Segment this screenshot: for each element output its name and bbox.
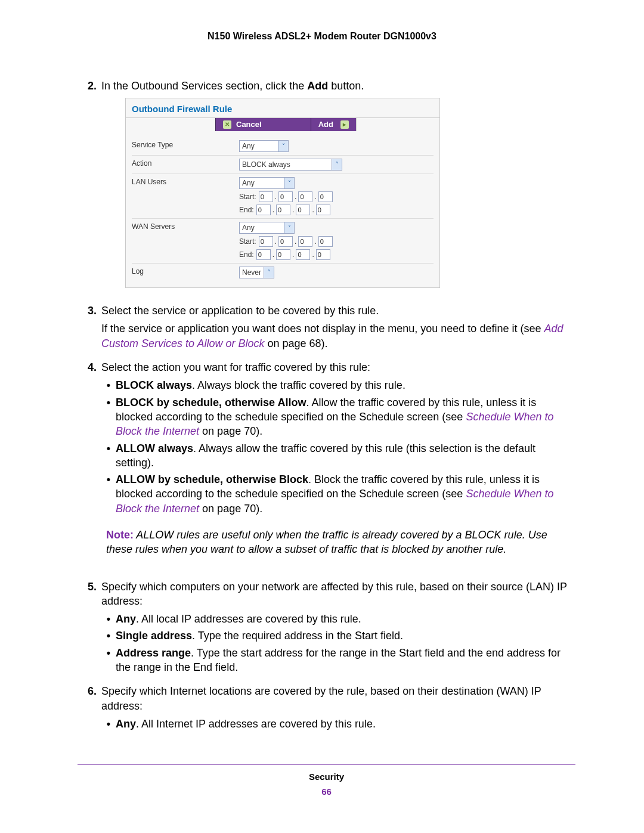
step-6: 6. Specify which Internet locations are …: [78, 684, 575, 735]
close-icon: ✕: [223, 120, 231, 129]
text-bold: Any: [116, 718, 136, 730]
firewall-rule-panel: Outbound Firewall Rule ✕ Cancel Add ▸: [125, 98, 440, 288]
ip-octet-input[interactable]: 0: [298, 236, 312, 247]
ip-octet-input[interactable]: 0: [298, 191, 312, 202]
list-item: • BLOCK always. Always block the traffic…: [101, 378, 575, 392]
button-label: Add: [318, 119, 333, 130]
bullet-icon: •: [101, 612, 116, 626]
select-value: Any: [242, 178, 284, 188]
step-3: 3. Select the service or application to …: [78, 304, 575, 354]
ip-octet-input[interactable]: 0: [259, 236, 273, 247]
text: button.: [328, 80, 364, 92]
text: on page 68).: [264, 337, 327, 349]
list-item: • Single address. Type the required addr…: [101, 628, 575, 643]
select-value: Never: [242, 268, 264, 277]
text: Select the service or application to be …: [101, 304, 575, 318]
step-number: 4.: [78, 360, 101, 374]
ip-octet-input[interactable]: 0: [296, 249, 310, 260]
row-action: Action BLOCK always ˅: [132, 156, 434, 174]
panel-button-row: ✕ Cancel Add ▸: [126, 117, 439, 131]
note-text: ALLOW rules are useful only when the tra…: [106, 529, 547, 555]
ip-octet-input[interactable]: 0: [278, 236, 293, 247]
text-bold: ALLOW always: [116, 442, 193, 454]
add-button[interactable]: Add ▸: [311, 118, 356, 131]
row-wan-servers: WAN Servers Any ˅ Start: 0.: [132, 219, 434, 264]
ip-octet-input[interactable]: 0: [276, 205, 290, 215]
text-bold: Add: [307, 80, 328, 92]
field-label: Service Type: [132, 140, 239, 150]
select-value: Any: [242, 223, 284, 233]
ip-octet-input[interactable]: 0: [256, 205, 271, 215]
text: . Type the required address in the Start…: [192, 630, 403, 642]
ip-octet-input[interactable]: 0: [256, 249, 271, 260]
ip-octet-input[interactable]: 0: [316, 249, 330, 260]
bullet-icon: •: [101, 441, 116, 456]
chevron-down-icon: ˅: [278, 141, 288, 151]
text: on page 70).: [199, 425, 262, 437]
arrow-right-icon: ▸: [340, 120, 349, 129]
ip-label: End:: [239, 250, 254, 259]
ip-octet-input[interactable]: 0: [318, 236, 333, 247]
list-item: • Any. All Internet IP addresses are cov…: [101, 717, 575, 731]
lan-end-ip: End: 0. 0. 0. 0: [239, 205, 434, 215]
chevron-down-icon: ˅: [264, 267, 274, 278]
text-bold: Single address: [116, 630, 192, 642]
page-footer: Security 66: [78, 764, 575, 798]
chevron-down-icon: ˅: [284, 178, 294, 188]
step-4: 4. Select the action you want for traffi…: [78, 360, 575, 574]
ip-label: Start:: [239, 192, 256, 202]
row-service-type: Service Type Any ˅: [132, 137, 434, 156]
lan-users-select[interactable]: Any ˅: [239, 177, 295, 189]
action-select[interactable]: BLOCK always ˅: [239, 159, 342, 171]
step-number: 3.: [78, 304, 101, 318]
step-2: 2. In the Outbound Services section, cli…: [78, 79, 575, 298]
step-5: 5. Specify which computers on your netwo…: [78, 580, 575, 679]
service-type-select[interactable]: Any ˅: [239, 140, 289, 152]
ip-octet-input[interactable]: 0: [296, 205, 310, 215]
select-value: BLOCK always: [242, 160, 332, 169]
step-number: 2.: [78, 79, 101, 93]
text-bold: BLOCK always: [116, 379, 192, 391]
field-label: LAN Users: [132, 177, 239, 187]
ip-label: Start:: [239, 237, 256, 246]
note-label: Note:: [106, 529, 134, 541]
text: In the Outbound Services section, click …: [101, 80, 307, 92]
text-bold: BLOCK by schedule, otherwise Allow: [116, 397, 306, 408]
text: Specify which computers on your network …: [101, 580, 575, 609]
cancel-button[interactable]: ✕ Cancel: [215, 118, 269, 131]
bullet-icon: •: [101, 378, 116, 392]
footer-section: Security: [78, 771, 575, 783]
select-value: Any: [242, 141, 278, 151]
field-label: WAN Servers: [132, 222, 239, 231]
lan-start-ip: Start: 0. 0. 0. 0: [239, 191, 434, 202]
ip-octet-input[interactable]: 0: [276, 249, 290, 260]
list-item: • ALLOW by schedule, otherwise Block. Bl…: [101, 472, 575, 516]
ip-octet-input[interactable]: 0: [278, 191, 293, 202]
text: Specify which Internet locations are cov…: [101, 684, 575, 713]
text-bold: ALLOW by schedule, otherwise Block: [116, 473, 308, 485]
wan-start-ip: Start: 0. 0. 0. 0: [239, 236, 434, 247]
row-lan-users: LAN Users Any ˅ Start: 0.: [132, 174, 434, 219]
bullet-icon: •: [101, 628, 116, 643]
text: . All Internet IP addresses are covered …: [136, 718, 376, 730]
ip-octet-input[interactable]: 0: [318, 191, 333, 202]
ip-octet-input[interactable]: 0: [316, 205, 330, 215]
wan-servers-select[interactable]: Any ˅: [239, 222, 295, 234]
text-bold: Address range: [116, 647, 191, 659]
chevron-down-icon: ˅: [332, 159, 342, 170]
bullet-icon: •: [101, 472, 116, 487]
step-number: 5.: [78, 580, 101, 594]
step-number: 6.: [78, 684, 101, 698]
chevron-down-icon: ˅: [284, 222, 294, 233]
bullet-icon: •: [101, 395, 116, 410]
button-label: Cancel: [236, 119, 262, 130]
bullet-icon: •: [101, 717, 116, 731]
footer-page-number: 66: [78, 786, 575, 798]
field-label: Log: [132, 267, 239, 276]
log-select[interactable]: Never ˅: [239, 267, 274, 278]
text: . All local IP addresses are covered by …: [136, 613, 361, 625]
ip-octet-input[interactable]: 0: [259, 191, 273, 202]
text: . Always block the traffic covered by th…: [192, 379, 405, 391]
text-bold: Any: [116, 613, 136, 625]
bullet-icon: •: [101, 646, 116, 660]
